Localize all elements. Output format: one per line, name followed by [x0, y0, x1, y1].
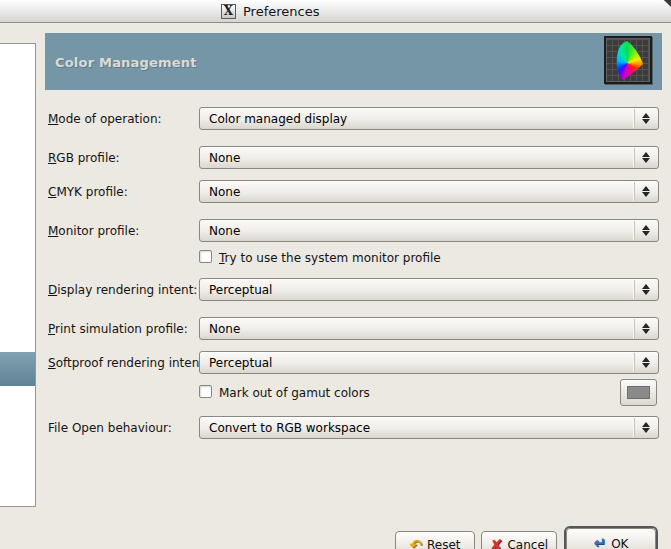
color-gamut-shape: [608, 39, 650, 81]
ok-button-label: OK: [611, 537, 628, 549]
combo-arrows-icon[interactable]: [634, 148, 658, 167]
title-group: X Preferences: [221, 2, 319, 20]
rgb-profile-select[interactable]: None: [199, 146, 659, 169]
softproof-rendering-intent-select[interactable]: Perceptual: [199, 351, 659, 374]
monitor-profile-select[interactable]: None: [199, 219, 659, 242]
print-simulation-profile-value: None: [209, 322, 240, 336]
monitor-profile-label: Monitor profile:: [48, 224, 139, 238]
red-x-icon: ✘: [490, 538, 503, 549]
page-header: Color Management: [45, 33, 662, 90]
file-open-behaviour-select[interactable]: Convert to RGB workspace: [199, 416, 659, 439]
monitor-profile-value: None: [209, 224, 240, 238]
try-system-monitor-label[interactable]: Try to use the system monitor profile: [219, 251, 441, 265]
sidebar-selected-item[interactable]: [0, 352, 35, 386]
chromaticity-diagram-icon: [604, 36, 652, 84]
file-open-behaviour-value: Convert to RGB workspace: [209, 421, 370, 435]
combo-arrows-icon[interactable]: [634, 418, 658, 437]
display-rendering-intent-select[interactable]: Perceptual: [199, 278, 659, 301]
enter-arrow-icon: ↵: [594, 536, 607, 549]
rgb-profile-label: RGB profile:: [48, 151, 120, 165]
cancel-button-label: Cancel: [507, 538, 548, 549]
preferences-category-list[interactable]: [0, 43, 36, 507]
reset-button[interactable]: ↶ Reset: [395, 531, 475, 549]
reset-button-label: Reset: [427, 538, 461, 549]
mark-gamut-label[interactable]: Mark out of gamut colors: [219, 386, 370, 400]
softproof-rendering-intent-value: Perceptual: [209, 356, 272, 370]
softproof-rendering-intent-label: Softproof rendering intent:: [48, 356, 208, 370]
display-rendering-intent-value: Perceptual: [209, 283, 272, 297]
mark-gamut-checkbox[interactable]: [199, 385, 212, 398]
x11-window-icon: X: [221, 4, 236, 19]
cmyk-profile-value: None: [209, 185, 240, 199]
print-simulation-profile-label: Print simulation profile:: [48, 322, 188, 336]
undo-arrow-icon: ↶: [409, 538, 422, 549]
try-system-monitor-checkbox[interactable]: [199, 250, 212, 263]
combo-arrows-icon[interactable]: [634, 109, 658, 128]
display-rendering-intent-label: Display rendering intent:: [48, 283, 197, 297]
combo-arrows-icon[interactable]: [634, 353, 658, 372]
gamut-color-swatch: [627, 386, 650, 399]
combo-arrows-icon[interactable]: [634, 221, 658, 240]
ok-button[interactable]: ↵ OK: [566, 528, 656, 549]
file-open-behaviour-label: File Open behaviour:: [48, 421, 172, 435]
combo-arrows-icon[interactable]: [634, 280, 658, 299]
combo-arrows-icon[interactable]: [634, 182, 658, 201]
cancel-button[interactable]: ✘ Cancel: [481, 531, 557, 549]
page-title: Color Management: [55, 55, 197, 70]
window-title: Preferences: [243, 4, 319, 19]
cmyk-profile-label: CMYK profile:: [48, 185, 128, 199]
mode-of-operation-label: Mode of operation:: [48, 112, 162, 126]
mode-of-operation-select[interactable]: Color managed display: [199, 107, 659, 130]
mode-of-operation-value: Color managed display: [209, 112, 347, 126]
rgb-profile-value: None: [209, 151, 240, 165]
gamut-color-button[interactable]: [620, 379, 657, 406]
title-bar[interactable]: X Preferences: [0, 0, 671, 23]
cmyk-profile-select[interactable]: None: [199, 180, 659, 203]
print-simulation-profile-select[interactable]: None: [199, 317, 659, 340]
combo-arrows-icon[interactable]: [634, 319, 658, 338]
